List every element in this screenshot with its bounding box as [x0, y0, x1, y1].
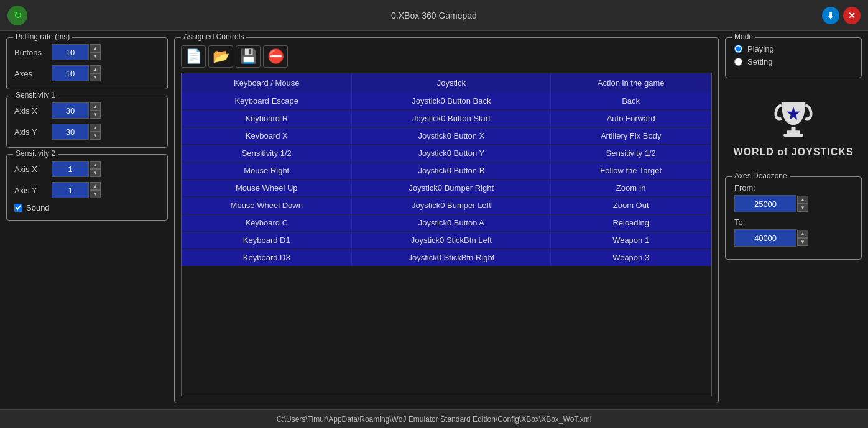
- polling-rate-title: Polling rate (ms): [13, 32, 72, 41]
- s1-axisy-down-btn[interactable]: ▼: [90, 132, 101, 140]
- table-header-row: Keyboard / Mouse Joystick Action in the …: [182, 73, 711, 93]
- from-up-btn[interactable]: ▲: [797, 196, 808, 204]
- table-cell: Mouse Wheel Up: [182, 180, 352, 197]
- s2-axisx-row: Axis X ▲ ▼: [14, 161, 160, 177]
- table-cell: Keyboard X: [182, 127, 352, 145]
- mode-title: Mode: [732, 32, 755, 41]
- buttons-row: Buttons ▲ ▼: [14, 44, 160, 60]
- sound-checkbox[interactable]: [14, 204, 22, 212]
- table-row[interactable]: Keyboard RJoystick0 Button StartAuto For…: [182, 110, 711, 127]
- col-action: Action in the game: [551, 73, 711, 93]
- axes-polling-row: Axes ▲ ▼: [14, 65, 160, 81]
- s2-axisx-up-btn[interactable]: ▲: [90, 161, 101, 169]
- table-cell: Mouse Right: [182, 162, 352, 180]
- table-cell: Zoom Out: [551, 197, 711, 214]
- table-row[interactable]: Keyboard XJoystick0 Button XArtillery Fi…: [182, 127, 711, 145]
- table-row[interactable]: Mouse Wheel UpJoystick0 Bumper RightZoom…: [182, 180, 711, 197]
- setting-row: Setting: [734, 57, 852, 66]
- table-cell: Zoom In: [551, 180, 711, 197]
- svg-rect-2: [792, 127, 796, 132]
- save-file-button[interactable]: 💾: [236, 45, 261, 68]
- table-row[interactable]: Keyboard CJoystick0 Button AReloading: [182, 214, 711, 232]
- table-cell: Sensitivity 1/2: [182, 145, 352, 162]
- axes-polling-input[interactable]: [52, 65, 89, 81]
- download-button[interactable]: ⬇: [822, 7, 839, 24]
- table-cell: Joystick0 Button Y: [352, 145, 551, 162]
- assigned-controls-title: Assigned Controls: [181, 32, 246, 41]
- axes-polling-up-btn[interactable]: ▲: [90, 65, 101, 73]
- new-file-button[interactable]: 📄: [181, 45, 206, 68]
- from-row: From: ▲ ▼: [734, 183, 852, 212]
- table-cell: Joystick0 Button Back: [352, 93, 551, 110]
- playing-row: Playing: [734, 44, 852, 53]
- controls-table: Keyboard / Mouse Joystick Action in the …: [182, 73, 711, 266]
- delete-button[interactable]: ⛔: [263, 45, 288, 68]
- table-cell: Weapon 1: [551, 232, 711, 249]
- assigned-controls-group: Assigned Controls 📄 📂 💾 ⛔ Keyboard / Mou…: [174, 37, 719, 403]
- deadzone-title: Axes Deadzone: [732, 171, 790, 180]
- s1-axisx-down-btn[interactable]: ▼: [90, 111, 101, 119]
- s2-axisy-label: Axis Y: [14, 186, 52, 195]
- s1-axisy-row: Axis Y ▲ ▼: [14, 124, 160, 140]
- to-up-btn[interactable]: ▲: [797, 230, 808, 238]
- close-button[interactable]: ✕: [843, 7, 861, 24]
- table-row[interactable]: Keyboard D3Joystick0 StickBtn RightWeapo…: [182, 249, 711, 266]
- table-cell: Mouse Wheel Down: [182, 197, 352, 214]
- s1-axisy-label: Axis Y: [14, 127, 52, 137]
- axes-deadzone-group: Axes Deadzone From: ▲ ▼ To: ▲ ▼: [725, 176, 862, 260]
- to-row: To: ▲ ▼: [734, 217, 852, 247]
- table-cell: Keyboard R: [182, 110, 352, 127]
- buttons-input[interactable]: [52, 44, 89, 60]
- table-row[interactable]: Keyboard EscapeJoystick0 Button BackBack: [182, 93, 711, 110]
- s2-axisy-input[interactable]: [52, 182, 89, 198]
- from-input[interactable]: [734, 195, 796, 212]
- s1-axisx-input[interactable]: [52, 102, 89, 119]
- table-cell: Joystick0 Button A: [352, 214, 551, 232]
- buttons-label: Buttons: [14, 48, 52, 57]
- table-cell: Joystick0 StickBtn Left: [352, 232, 551, 249]
- s1-axisx-up-btn[interactable]: ▲: [90, 102, 101, 111]
- polling-rate-group: Polling rate (ms) Buttons ▲ ▼ Axes ▲: [6, 37, 168, 89]
- table-body: Keyboard EscapeJoystick0 Button BackBack…: [182, 93, 711, 266]
- table-row[interactable]: Sensitivity 1/2Joystick0 Button YSensiti…: [182, 145, 711, 162]
- table-row[interactable]: Mouse RightJoystick0 Button BFollow the …: [182, 162, 711, 180]
- setting-radio[interactable]: [734, 58, 742, 66]
- axes-polling-down-btn[interactable]: ▼: [90, 73, 101, 81]
- buttons-down-btn[interactable]: ▼: [90, 52, 101, 60]
- s2-axisy-up-btn[interactable]: ▲: [90, 182, 101, 190]
- s2-axisy-down-btn[interactable]: ▼: [90, 190, 101, 198]
- table-cell: Joystick0 Button Start: [352, 110, 551, 127]
- sound-row: Sound: [14, 203, 160, 212]
- table-cell: Follow the Target: [551, 162, 711, 180]
- s2-axisx-input[interactable]: [52, 161, 89, 177]
- table-cell: Joystick0 StickBtn Right: [352, 249, 551, 266]
- s1-axisy-up-btn[interactable]: ▲: [90, 124, 101, 132]
- table-cell: Joystick0 Button B: [352, 162, 551, 180]
- controls-table-container[interactable]: Keyboard / Mouse Joystick Action in the …: [181, 73, 712, 396]
- table-row[interactable]: Keyboard D1Joystick0 StickBtn LeftWeapon…: [182, 232, 711, 249]
- s1-axisx-row: Axis X ▲ ▼: [14, 102, 160, 119]
- refresh-button[interactable]: ↻: [7, 6, 27, 25]
- playing-radio[interactable]: [734, 45, 742, 53]
- s2-axisx-down-btn[interactable]: ▼: [90, 169, 101, 177]
- title-bar: ↻ 0.XBox 360 Gamepad ⬇ ✕: [0, 0, 868, 31]
- open-file-button[interactable]: 📂: [208, 45, 233, 68]
- app-title: 0.XBox 360 Gamepad: [391, 11, 477, 20]
- buttons-up-btn[interactable]: ▲: [90, 44, 101, 52]
- sensitivity1-group: Sensitivity 1 Axis X ▲ ▼ Axis Y ▲: [6, 96, 168, 148]
- from-down-btn[interactable]: ▼: [797, 204, 808, 212]
- s1-axisx-label: Axis X: [14, 106, 52, 116]
- to-input[interactable]: [734, 229, 796, 247]
- table-row[interactable]: Mouse Wheel DownJoystick0 Bumper LeftZoo…: [182, 197, 711, 214]
- sensitivity2-group: Sensitivity 2 Axis X ▲ ▼ Axis Y ▲: [6, 154, 168, 221]
- s1-axisy-input[interactable]: [52, 124, 89, 140]
- trophy-icon: [772, 97, 815, 140]
- to-down-btn[interactable]: ▼: [797, 238, 808, 246]
- col-keyboard-mouse: Keyboard / Mouse: [182, 73, 352, 93]
- mode-group: Mode Playing Setting: [725, 37, 862, 78]
- right-panel: Mode Playing Setting: [725, 37, 862, 403]
- world-box: WORLD of JOYSTICKS: [725, 84, 862, 170]
- sensitivity2-title: Sensitivity 2: [13, 149, 58, 158]
- table-cell: Reloading: [551, 214, 711, 232]
- table-cell: Joystick0 Bumper Right: [352, 180, 551, 197]
